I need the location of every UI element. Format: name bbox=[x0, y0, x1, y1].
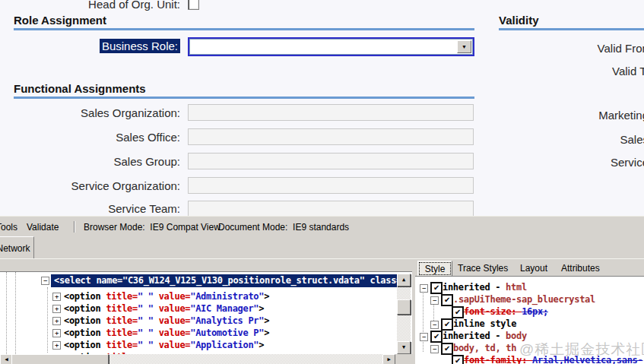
section-title-validity: Validity bbox=[499, 14, 539, 27]
sales-organization-input[interactable] bbox=[188, 104, 474, 121]
tree-option-row[interactable]: +<option title=" " value="AIC Manager"> bbox=[0, 302, 412, 315]
chevron-down-icon: ▼ bbox=[462, 44, 467, 49]
expand-icon[interactable]: + bbox=[52, 341, 61, 350]
style-rule-checkbox[interactable]: ✔ bbox=[452, 355, 464, 364]
field-label: Sales Organization: bbox=[81, 106, 180, 119]
menu-validate[interactable]: Validate bbox=[27, 222, 59, 233]
style-rule-checkbox[interactable]: ✔ bbox=[452, 306, 464, 318]
style-rule-checkbox[interactable]: ✔ bbox=[441, 294, 453, 306]
service-label: Service bbox=[611, 156, 644, 169]
dropdown-button[interactable]: ▼ bbox=[457, 40, 471, 53]
business-role-label: Business Role: bbox=[100, 39, 180, 53]
scrollbar-corner bbox=[395, 354, 412, 364]
tab-attributes[interactable]: Attributes bbox=[561, 263, 600, 274]
business-role-select[interactable]: ▼ bbox=[188, 37, 474, 56]
collapse-icon[interactable]: − bbox=[430, 321, 439, 329]
field-label: Sales Group: bbox=[113, 155, 180, 168]
collapse-icon[interactable]: − bbox=[430, 345, 439, 353]
style-rule-checkbox[interactable]: ✔ bbox=[430, 331, 443, 343]
section-rule bbox=[14, 28, 474, 30]
marketing-label: Marketing bbox=[598, 109, 644, 122]
arrow-down-icon: ▼ bbox=[402, 345, 405, 350]
section-title-functional-assignments: Functional Assignments bbox=[14, 82, 146, 95]
tab-style[interactable]: Style bbox=[417, 261, 452, 277]
collapse-icon[interactable]: − bbox=[420, 284, 428, 293]
style-rule-checkbox[interactable]: ✔ bbox=[441, 343, 453, 355]
sales-label: Sales bbox=[620, 133, 644, 146]
tree-option-row[interactable]: +<option title=" " value="Analytics Pr"> bbox=[0, 315, 412, 327]
tab-trace-styles[interactable]: Trace Styles bbox=[458, 263, 508, 274]
menu-tools[interactable]: Tools bbox=[0, 222, 17, 233]
menu-separator bbox=[74, 221, 75, 233]
collapse-icon[interactable]: − bbox=[430, 296, 439, 305]
scroll-up-button[interactable]: ▲ bbox=[397, 274, 411, 286]
valid-from-label: Valid From bbox=[598, 42, 644, 55]
scrollbar-thumb[interactable] bbox=[397, 299, 411, 315]
document-mode-button[interactable]: Document Mode: IE9 standards bbox=[218, 222, 349, 233]
html-tree-pane: − <select name="C36_W124_V125_V130_posit… bbox=[0, 271, 412, 364]
service-organization-input[interactable] bbox=[188, 177, 474, 194]
watermark: @稀土掘金技术社区 bbox=[519, 340, 644, 359]
collapse-icon[interactable]: − bbox=[41, 277, 49, 285]
section-title-role-assignment: Role Assignment bbox=[14, 14, 106, 27]
tree-option-row[interactable]: +<option title=" " value="Administrato"> bbox=[0, 290, 412, 302]
expand-icon[interactable]: + bbox=[52, 293, 61, 301]
tree-horizontal-scrollbar[interactable]: ◀ ▶ bbox=[0, 354, 395, 364]
field-label: Sales Office: bbox=[116, 131, 180, 144]
selected-element-text: <select name="C36_W124_V125_V130_positio… bbox=[51, 274, 400, 287]
business-role-select-value bbox=[189, 41, 192, 52]
style-rule-checkbox[interactable]: ✔ bbox=[441, 318, 453, 331]
scrollbar-thumb[interactable] bbox=[11, 354, 109, 364]
sales-office-input[interactable] bbox=[188, 128, 474, 145]
style-rule-row: −✔.sapUiTheme-sap_bluecrystal bbox=[415, 294, 644, 305]
arrow-right-icon: ▶ bbox=[388, 357, 391, 362]
scroll-down-button[interactable]: ▼ bbox=[397, 341, 411, 354]
style-rule-row: −✔inline style bbox=[415, 318, 644, 330]
style-pane-tabs: Style Trace Styles Layout Attributes bbox=[415, 259, 644, 276]
arrow-up-icon: ▲ bbox=[402, 277, 405, 283]
tree-selected-row[interactable]: − <select name="C36_W124_V125_V130_posit… bbox=[0, 274, 412, 286]
style-rule-row: −✔inherited - html bbox=[415, 282, 644, 293]
collapse-icon[interactable]: − bbox=[420, 333, 428, 341]
browser-mode-button[interactable]: Browser Mode: IE9 Compat View bbox=[84, 222, 220, 233]
expand-icon[interactable]: + bbox=[52, 317, 61, 325]
valid-to-label: Valid To bbox=[612, 65, 644, 78]
scroll-right-button[interactable]: ▶ bbox=[382, 354, 395, 364]
arrow-left-icon: ◀ bbox=[5, 357, 8, 362]
tree-option-row[interactable]: +<option title=" " value="Application"> bbox=[0, 339, 412, 351]
tab-layout[interactable]: Layout bbox=[520, 263, 547, 274]
style-rule-checkbox[interactable]: ✔ bbox=[430, 282, 443, 294]
field-label: Service Organization: bbox=[71, 179, 180, 192]
expand-icon[interactable]: + bbox=[52, 305, 61, 313]
tab-network[interactable]: Network bbox=[0, 236, 34, 259]
head-of-org-label: Head of Org. Unit: bbox=[88, 0, 180, 11]
sales-group-input[interactable] bbox=[188, 153, 474, 169]
sap-crm-window: Head of Org. Unit: Role Assignment Valid… bbox=[0, 0, 644, 364]
service-team-input[interactable] bbox=[188, 201, 474, 217]
head-of-org-checkbox[interactable] bbox=[188, 0, 199, 10]
tree-vertical-scrollbar[interactable]: ▲ ▼ bbox=[397, 274, 411, 354]
section-rule bbox=[499, 28, 644, 30]
section-rule bbox=[14, 97, 474, 99]
tree-option-row[interactable]: +<option title=" " value="Automotive P"> bbox=[0, 327, 412, 339]
style-rule-row: ✔font-size: 16px; bbox=[415, 306, 644, 318]
field-label: Service Team: bbox=[108, 202, 180, 215]
expand-icon[interactable]: + bbox=[52, 329, 61, 337]
